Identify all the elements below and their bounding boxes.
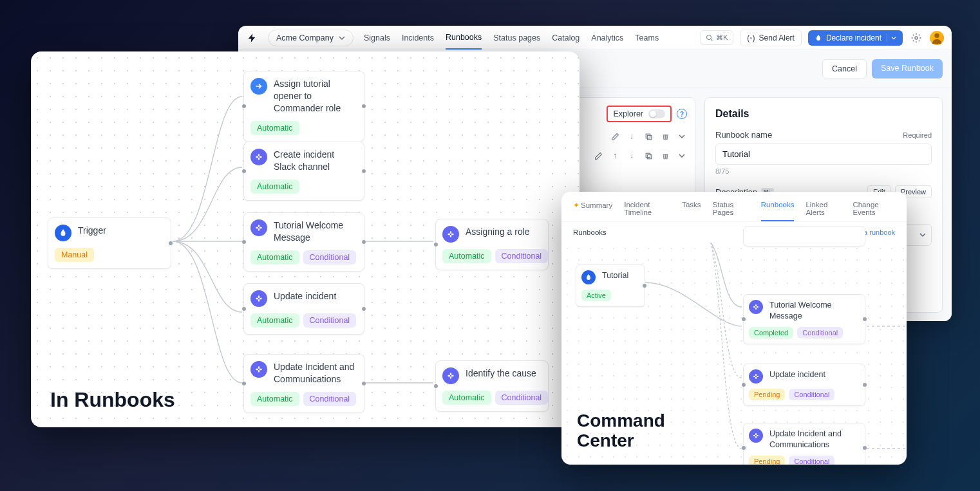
- cc-tab-timeline[interactable]: Incident Timeline: [624, 201, 670, 221]
- svg-point-0: [706, 35, 711, 39]
- copy-icon[interactable]: [643, 131, 654, 142]
- nav-analytics[interactable]: Analytics: [591, 27, 623, 49]
- nav-runbooks[interactable]: Runbooks: [446, 26, 482, 50]
- slack-icon: [749, 429, 763, 443]
- automatic-badge: Automatic: [250, 392, 299, 406]
- active-badge: Active: [581, 290, 611, 301]
- nav-status-pages[interactable]: Status pages: [493, 27, 540, 49]
- cc-welcome-node[interactable]: Tutorial Welcome Message Completed Condi…: [743, 294, 865, 344]
- chevron-down-icon[interactable]: [677, 131, 687, 142]
- details-title: Details: [715, 108, 932, 120]
- identify-cause-node[interactable]: Identify the cause Automatic Conditional: [435, 360, 549, 412]
- runbook-name-input[interactable]: [715, 144, 932, 165]
- user-avatar[interactable]: [930, 31, 944, 45]
- cancel-button[interactable]: Cancel: [822, 59, 867, 79]
- search-button[interactable]: ⌘K: [700, 30, 733, 45]
- slack-icon: [749, 369, 763, 384]
- automatic-badge: Automatic: [442, 249, 491, 263]
- welcome-message-node[interactable]: Tutorial Welcome Message Automatic Condi…: [243, 212, 364, 272]
- trash-icon[interactable]: [660, 151, 670, 161]
- company-name: Acme Company: [276, 33, 334, 42]
- arrow-down-icon[interactable]: ↓: [627, 151, 637, 161]
- fire-icon: [581, 270, 596, 284]
- help-icon[interactable]: ?: [677, 109, 687, 119]
- toggle-switch-off[interactable]: [648, 109, 665, 118]
- slack-icon: [442, 226, 459, 243]
- copy-icon[interactable]: [643, 151, 654, 161]
- fire-icon: [55, 225, 71, 241]
- cc-updatecomm-node[interactable]: Update Incident and Communications Pendi…: [743, 423, 865, 465]
- nav-teams[interactable]: Teams: [635, 27, 659, 49]
- chevron-down-icon[interactable]: [887, 33, 896, 42]
- nav-catalog[interactable]: Catalog: [552, 27, 580, 49]
- cc-tabs: ✦Summary Incident Timeline Tasks Status …: [561, 192, 907, 221]
- svg-rect-4: [647, 135, 652, 140]
- conditional-badge: Conditional: [495, 391, 549, 405]
- send-alert-button[interactable]: (◦) Send Alert: [740, 30, 802, 46]
- search-icon: [706, 34, 713, 42]
- cc-tab-runbooks[interactable]: Runbooks: [761, 201, 795, 221]
- declare-incident-button[interactable]: Declare incident: [808, 30, 903, 46]
- cc-tab-status-pages[interactable]: Status Pages: [713, 201, 749, 221]
- cc-tutorial-node[interactable]: Tutorial Active: [576, 264, 645, 307]
- trash-icon[interactable]: [660, 131, 670, 142]
- nav-incidents[interactable]: Incidents: [402, 27, 434, 49]
- svg-rect-7: [646, 153, 650, 158]
- pending-badge: Pending: [749, 456, 785, 465]
- broadcast-icon: (◦): [747, 33, 755, 42]
- slack-icon: [250, 290, 267, 307]
- automatic-badge: Automatic: [250, 250, 299, 264]
- slack-icon: [250, 149, 267, 165]
- svg-point-3: [934, 33, 939, 37]
- chevron-down-icon[interactable]: [677, 151, 687, 161]
- edit-icon[interactable]: [610, 131, 620, 142]
- app-logo[interactable]: [246, 32, 258, 44]
- automatic-badge: Automatic: [250, 313, 299, 328]
- conditional-badge: Conditional: [789, 389, 834, 400]
- assign-icon: [250, 78, 267, 95]
- command-center-card: ✦Summary Incident Timeline Tasks Status …: [561, 192, 907, 465]
- cc-update-node[interactable]: Update incident Pending Conditional: [743, 364, 865, 406]
- manual-badge: Manual: [55, 248, 94, 262]
- slack-channel-node[interactable]: Create incident Slack channel Automatic: [243, 142, 364, 201]
- update-incident-node[interactable]: Update incident Automatic Conditional: [243, 283, 364, 335]
- nav-links: Signals Incidents Runbooks Status pages …: [364, 26, 659, 50]
- chevron-down-icon: [919, 232, 926, 238]
- required-label: Required: [903, 131, 932, 139]
- svg-line-1: [710, 39, 712, 41]
- trigger-node[interactable]: Trigger Manual: [48, 218, 171, 269]
- cc-tab-tasks[interactable]: Tasks: [682, 201, 701, 221]
- cc-tab-linked-alerts[interactable]: Linked Alerts: [806, 201, 841, 221]
- arrow-up-icon[interactable]: ↑: [610, 151, 620, 161]
- edit-icon[interactable]: [593, 151, 603, 161]
- cc-tab-change-events[interactable]: Change Events: [853, 201, 895, 221]
- pending-badge: Pending: [749, 389, 785, 400]
- svg-point-2: [915, 37, 918, 39]
- settings-icon[interactable]: [909, 31, 923, 45]
- conditional-badge: Conditional: [303, 250, 357, 264]
- sparkle-icon: ✦: [573, 201, 580, 209]
- slack-icon: [250, 219, 267, 236]
- conditional-badge: Conditional: [789, 456, 834, 465]
- automatic-badge: Automatic: [250, 180, 299, 194]
- arrow-down-icon[interactable]: ↓: [627, 131, 637, 142]
- nav-signals[interactable]: Signals: [364, 27, 390, 49]
- save-runbook-button[interactable]: Save Runbook: [872, 59, 943, 79]
- slack-icon: [250, 361, 267, 378]
- conditional-badge: Conditional: [495, 249, 549, 263]
- conditional-badge: Conditional: [303, 313, 357, 328]
- company-selector[interactable]: Acme Company: [268, 30, 353, 46]
- explorer-toggle-highlighted[interactable]: Explorer: [607, 106, 672, 122]
- cc-card-title: CommandCenter: [577, 411, 665, 451]
- cc-hidden-node[interactable]: [743, 226, 865, 246]
- slack-icon: [749, 300, 763, 314]
- runbook-name-label: Runbook name: [715, 130, 772, 140]
- top-nav: Acme Company Signals Incidents Runbooks …: [238, 26, 952, 50]
- assign-role-node[interactable]: Assign tutorial opener to Commander role…: [243, 71, 364, 142]
- automatic-badge: Automatic: [442, 391, 491, 405]
- cc-tab-summary[interactable]: ✦Summary: [573, 201, 612, 221]
- assigning-role-node[interactable]: Assigning a role Automatic Conditional: [435, 219, 549, 270]
- runbooks-card-title: In Runbooks: [50, 388, 175, 412]
- update-incident-comm-node[interactable]: Update Incident and Communications Autom…: [243, 354, 364, 413]
- runbooks-diagram-card: Trigger Manual Assign tutorial opener to…: [31, 51, 580, 427]
